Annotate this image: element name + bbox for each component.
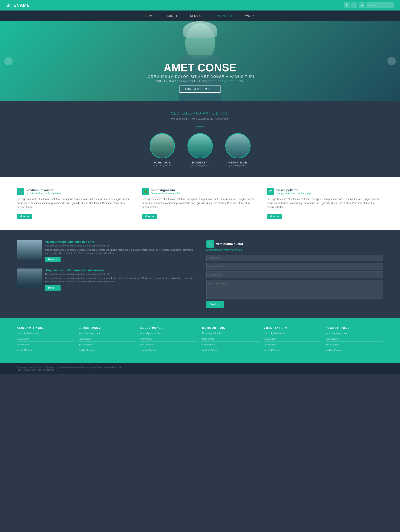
footer-link-5-1[interactable]: Nunc dignissim risus — [264, 332, 321, 336]
service-header-3: 🏷 Fusce pellente Integer vitae libero ac… — [267, 188, 383, 195]
service-item-1: 🔧 Vestibulum auctor Morbi interdum molli… — [17, 188, 133, 219]
contact-name-input[interactable] — [206, 255, 383, 261]
footer-col-title-3: SEDLU PRASE — [140, 327, 198, 329]
blog-thumb-1 — [17, 240, 42, 259]
team-avatar-3 — [225, 133, 251, 158]
footer-col-3: SEDLU PRASE Nunc dignissim risus Cras or… — [140, 327, 198, 355]
service-more-button-2[interactable]: More → — [142, 214, 157, 219]
footer-link-1-1[interactable]: Nunc dignissim risus — [17, 332, 74, 336]
service-header-2: 🌿 Nunc dignissim Vivamus vestibulum null… — [142, 188, 258, 195]
footer-link-1-2[interactable]: Cras ornare — [17, 338, 74, 342]
footer-link-6-4[interactable]: vestibul Praese — [326, 349, 383, 353]
contact-email-input[interactable] — [206, 263, 383, 270]
hero-image: ‹ AMET CONSE LOREM IPSUM DOLOR SIT AMET … — [0, 21, 400, 101]
linkedin-icon[interactable]: in — [359, 2, 365, 8]
section-divider — [196, 127, 204, 127]
service-more-button-3[interactable]: More → — [267, 214, 282, 219]
blog-post-2: Aliquam tincidunt mauris eu risus kuosyn… — [17, 268, 194, 291]
footer-col-title-2: LOREM IPSUM — [79, 327, 136, 329]
team-avatar-2 — [187, 133, 213, 158]
service-text-3: Sed egestas, ante et vulputate volutpat,… — [267, 197, 383, 209]
footer-col-6: NECANT IPONS Nunc dignissim risus Cras o… — [326, 327, 383, 355]
services-section: 🔧 Vestibulum auctor Morbi interdum molli… — [0, 177, 400, 230]
footer-link-3-2[interactable]: Cras ornare — [140, 338, 198, 342]
hero-cta-button[interactable]: LOREM IPSUM DLO — [180, 86, 220, 93]
service-subtitle-2: Vivamus vestibulum nulla — [151, 192, 180, 195]
blog-text-2: Sed egestas, ante et vulputate volutpat,… — [45, 277, 194, 284]
service-more-button-1[interactable]: More → — [17, 214, 32, 219]
footer-col-title-6: NECANT IPONS — [326, 327, 383, 329]
footer-col-title-4: COMMOD QUIS — [202, 327, 260, 329]
footer-link-2-2[interactable]: Cras ornare — [79, 338, 136, 342]
footer-link-4-1[interactable]: Nunc dignissim risus — [202, 332, 260, 336]
footer-link-3-3[interactable]: trist Vivamus — [140, 343, 198, 347]
social-search-area: f t in — [344, 2, 394, 8]
search-input[interactable] — [366, 2, 394, 8]
blog-more-button-2[interactable]: More → — [45, 285, 61, 291]
bottom-bar: Copyright(c) website name. Designed by: … — [0, 363, 400, 374]
footer-col-title-1: ALIQUAM TINCID — [17, 327, 74, 329]
footer-link-4-4[interactable]: vestibul Praese — [202, 349, 260, 353]
contact-phone-input[interactable] — [206, 272, 383, 278]
footer-link-4-3[interactable]: trist Vivamus — [202, 343, 260, 347]
team-avatar-1 — [150, 133, 175, 158]
twitter-icon[interactable]: t — [351, 2, 357, 8]
service-title-2: Nunc dignissim — [151, 188, 180, 192]
service-subtitle-1: Morbi interdum mollis sapien ed — [26, 192, 62, 195]
hero-prev-arrow[interactable]: ‹ — [4, 57, 13, 65]
blog-contact-section: Vivamus vestibulum nulla nec ante Sed eg… — [0, 230, 400, 318]
page-wrapper: HOME ABOUT SERVICES CONTACT WORK ‹ AMET … — [0, 11, 400, 374]
nav-contact[interactable]: CONTACT — [218, 14, 233, 18]
contact-subtitle: Morbi interdum mollis sapien ed — [206, 248, 383, 252]
footer-link-6-1[interactable]: Nunc dignissim risus — [326, 332, 383, 336]
footer-link-2-3[interactable]: trist Vivamus — [79, 343, 136, 347]
blog-title-1: Vivamus vestibulum nulla nec ante — [45, 240, 194, 244]
footer-link-5-4[interactable]: vestibul Praese — [264, 349, 321, 353]
hero-content: AMET CONSE LOREM IPSUM DOLOR SIT AMET CO… — [137, 61, 263, 93]
nav-services[interactable]: SERVICES — [190, 14, 206, 18]
team-section-title: SED EGESTAS ANTE ETVIU — [4, 112, 396, 115]
team-name-2: ROSETTA — [187, 161, 213, 164]
team-role-2: your designation — [187, 164, 213, 167]
footer-col-title-5: VOLUPTAT SIN — [264, 327, 321, 329]
team-section-desc: Morbi interdum mollis sapien ed ac risus… — [4, 117, 396, 120]
top-bar: SITENAME f t in — [0, 0, 400, 11]
footer-link-2-4[interactable]: vestibul Praese — [79, 349, 136, 353]
footer-col-4: COMMOD QUIS Nunc dignissim risus Cras or… — [202, 327, 260, 355]
nav-about[interactable]: ABOUT — [167, 14, 178, 18]
footer-link-3-4[interactable]: vestibul Praese — [140, 349, 198, 353]
nav-work[interactable]: WORK — [245, 14, 255, 18]
footer-link-3-1[interactable]: Nunc dignissim risus — [140, 332, 198, 336]
footer-col-1: ALIQUAM TINCID Nunc dignissim risus Cras… — [17, 327, 74, 355]
footer-link-5-3[interactable]: trist Vivamus — [264, 343, 321, 347]
contact-form-header: 🔧 Vestibulum auctor — [206, 240, 383, 248]
site-name: SITENAME — [6, 3, 30, 8]
blog-more-button-1[interactable]: More → — [45, 257, 61, 262]
footer-col-5: VOLUPTAT SIN Nunc dignissim risus Cras o… — [264, 327, 321, 355]
service-icon-1: 🔧 — [17, 188, 24, 195]
service-text-2: Sed egestas, ante et vulputate volutpat,… — [142, 197, 258, 209]
blog-text-1: Sed egestas, ante et vulputate volutpat,… — [45, 248, 194, 255]
footer-link-5-2[interactable]: Cras ornare — [264, 338, 321, 342]
blog-area: Vivamus vestibulum nulla nec ante Sed eg… — [17, 240, 194, 308]
blog-content-2: Aliquam tincidunt mauris eu risus kuosyn… — [45, 268, 194, 291]
footer-links: ALIQUAM TINCID Nunc dignissim risus Cras… — [0, 318, 400, 363]
footer-link-6-3[interactable]: trist Vivamus — [326, 343, 383, 347]
footer-links-grid: ALIQUAM TINCID Nunc dignissim risus Cras… — [17, 327, 383, 355]
footer-link-1-3[interactable]: trist Vivamus — [17, 343, 74, 347]
facebook-icon[interactable]: f — [344, 2, 349, 8]
nav-home[interactable]: HOME — [145, 14, 155, 18]
hero-next-arrow[interactable]: › — [387, 57, 396, 65]
contact-send-button[interactable]: Send → — [206, 301, 224, 308]
footer-link-4-2[interactable]: Cras ornare — [202, 338, 260, 342]
contact-message-input[interactable] — [206, 280, 383, 299]
team-grid: JOHN DOE your designation ROSETTA your d… — [4, 133, 396, 167]
copyright-line2: Free Templates by FreeTempltes.pro — [17, 368, 383, 371]
footer-link-1-4[interactable]: vestibul Praese — [17, 349, 74, 353]
footer-link-2-1[interactable]: Nunc dignissim risus — [79, 332, 136, 336]
service-text-1: Sed egestas, ante et vulputate volutpat,… — [17, 197, 133, 209]
footer-link-6-2[interactable]: Cras ornare — [326, 338, 383, 342]
copyright-line1: Copyright(c) website name. Designed by: … — [17, 366, 383, 368]
hero-subtitle: LOREM IPSUM DOLOR SIT AMET CONSE VIVAMUS… — [137, 75, 263, 79]
service-title-1: Vestibulum auctor — [26, 188, 62, 192]
